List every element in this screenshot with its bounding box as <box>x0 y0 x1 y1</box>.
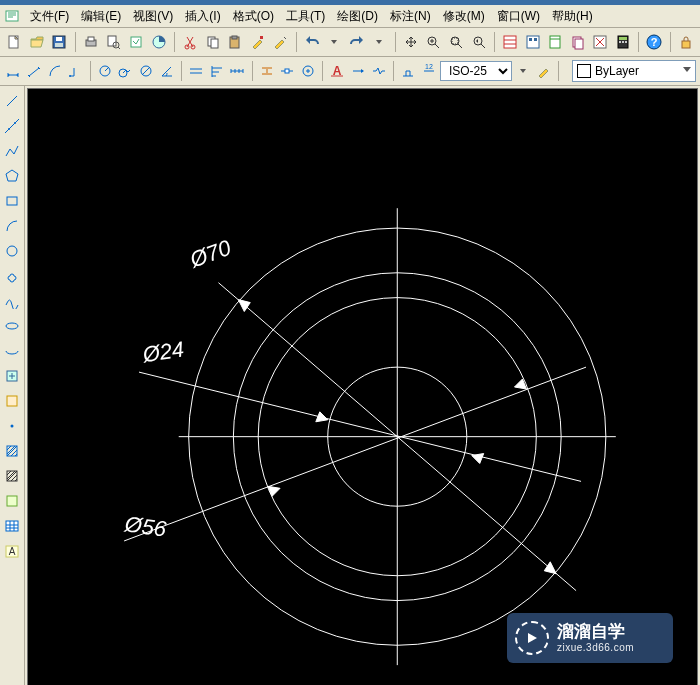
dim-style-dropdown-icon[interactable] <box>514 59 533 83</box>
lock-ui-icon[interactable] <box>676 30 697 54</box>
spline-icon[interactable] <box>1 290 23 312</box>
menu-dim[interactable]: 标注(N) <box>384 6 437 27</box>
dim-text-edit-icon[interactable]: 12 <box>419 59 438 83</box>
cut-icon[interactable] <box>180 30 201 54</box>
layer-color-combo[interactable]: ByLayer <box>572 60 696 82</box>
table-icon[interactable] <box>1 515 23 537</box>
redo-dropdown-icon[interactable] <box>369 30 390 54</box>
svg-point-81 <box>11 425 14 428</box>
menu-edit[interactable]: 编辑(E) <box>75 6 127 27</box>
gradient-icon[interactable] <box>1 465 23 487</box>
svg-rect-46 <box>682 41 690 48</box>
print-preview-icon[interactable] <box>103 30 124 54</box>
dim-ordinate-icon[interactable] <box>66 59 85 83</box>
undo-icon[interactable] <box>301 30 322 54</box>
menu-help[interactable]: 帮助(H) <box>546 6 599 27</box>
design-center-icon[interactable] <box>522 30 543 54</box>
ellipse-arc-icon[interactable] <box>1 340 23 362</box>
markup-icon[interactable] <box>590 30 611 54</box>
dim-update-icon[interactable] <box>535 59 554 83</box>
zoom-window-icon[interactable] <box>446 30 467 54</box>
construction-line-icon[interactable] <box>1 115 23 137</box>
publish-icon[interactable] <box>126 30 147 54</box>
menu-file[interactable]: 文件(F) <box>24 6 75 27</box>
dim-tolerance-icon[interactable] <box>299 59 318 83</box>
ellipse-icon[interactable] <box>1 315 23 337</box>
tool-palette-icon[interactable] <box>545 30 566 54</box>
open-icon[interactable] <box>27 30 48 54</box>
dim-diameter-icon[interactable] <box>137 59 156 83</box>
watermark-title: 溜溜自学 <box>557 623 634 642</box>
menu-window[interactable]: 窗口(W) <box>491 6 546 27</box>
plot-icon[interactable] <box>148 30 169 54</box>
rectangle-icon[interactable] <box>1 190 23 212</box>
separator <box>296 32 297 52</box>
save-icon[interactable] <box>49 30 70 54</box>
print-icon[interactable] <box>81 30 102 54</box>
polyline-icon[interactable] <box>1 140 23 162</box>
watermark: 溜溜自学 zixue.3d66.com <box>507 613 673 663</box>
menu-insert[interactable]: 插入(I) <box>179 6 226 27</box>
svg-rect-76 <box>7 197 17 205</box>
menu-modify[interactable]: 修改(M) <box>437 6 491 27</box>
dim-baseline-icon[interactable] <box>207 59 226 83</box>
menu-format[interactable]: 格式(O) <box>227 6 280 27</box>
point-icon[interactable] <box>1 415 23 437</box>
svg-line-54 <box>142 67 150 75</box>
undo-dropdown-icon[interactable] <box>324 30 345 54</box>
dim-inspect-icon[interactable] <box>349 59 368 83</box>
pan-icon[interactable] <box>401 30 422 54</box>
separator <box>395 32 396 52</box>
dim-aligned-icon[interactable] <box>25 59 44 83</box>
dim-space-icon[interactable] <box>257 59 276 83</box>
menu-view[interactable]: 视图(V) <box>127 6 179 27</box>
polygon-icon[interactable] <box>1 165 23 187</box>
calculator-icon[interactable] <box>613 30 634 54</box>
circle-icon[interactable] <box>1 240 23 262</box>
watermark-url: zixue.3d66.com <box>557 642 634 653</box>
mtext-icon[interactable]: A <box>1 540 23 562</box>
insert-block-icon[interactable] <box>1 365 23 387</box>
dim-arc-icon[interactable] <box>45 59 64 83</box>
zoom-in-icon[interactable] <box>423 30 444 54</box>
dim-break-icon[interactable] <box>278 59 297 83</box>
svg-rect-84 <box>7 496 17 506</box>
copy-icon[interactable] <box>202 30 223 54</box>
svg-rect-3 <box>56 37 62 41</box>
standard-toolbar: ? <box>0 28 700 57</box>
menu-tools[interactable]: 工具(T) <box>280 6 331 27</box>
dim-jogline-icon[interactable] <box>369 59 388 83</box>
arc-icon[interactable] <box>1 215 23 237</box>
redo-icon[interactable] <box>347 30 368 54</box>
help-icon[interactable]: ? <box>644 30 665 54</box>
match-prop-icon[interactable] <box>247 30 268 54</box>
play-icon <box>515 621 549 655</box>
svg-line-73 <box>5 119 19 133</box>
dim-radius-icon[interactable] <box>95 59 114 83</box>
hatch-icon[interactable] <box>1 440 23 462</box>
separator <box>393 61 394 81</box>
revision-cloud-icon[interactable] <box>1 265 23 287</box>
dim-style-combo[interactable]: ISO-25 <box>440 61 512 81</box>
dim-quick-icon[interactable] <box>187 59 206 83</box>
line-icon[interactable] <box>1 90 23 112</box>
new-icon[interactable] <box>4 30 25 54</box>
dim-edit-icon[interactable] <box>399 59 418 83</box>
paste-icon[interactable] <box>225 30 246 54</box>
properties-icon[interactable] <box>500 30 521 54</box>
dim-jogged-icon[interactable] <box>116 59 135 83</box>
svg-rect-40 <box>619 37 627 40</box>
svg-rect-6 <box>88 37 94 41</box>
dim-center-icon[interactable]: A <box>328 59 347 83</box>
drawing-canvas[interactable]: Ø70 Ø24 Ø56 溜溜自学 <box>27 88 698 685</box>
dim-linear-icon[interactable] <box>4 59 23 83</box>
sheet-set-icon[interactable] <box>568 30 589 54</box>
dim-continue-icon[interactable] <box>228 59 247 83</box>
region-icon[interactable] <box>1 490 23 512</box>
zoom-previous-icon[interactable] <box>468 30 489 54</box>
make-block-icon[interactable] <box>1 390 23 412</box>
dim-angular-icon[interactable] <box>157 59 176 83</box>
format-painter-icon[interactable] <box>270 30 291 54</box>
svg-line-48 <box>29 68 39 76</box>
menu-draw[interactable]: 绘图(D) <box>331 6 384 27</box>
